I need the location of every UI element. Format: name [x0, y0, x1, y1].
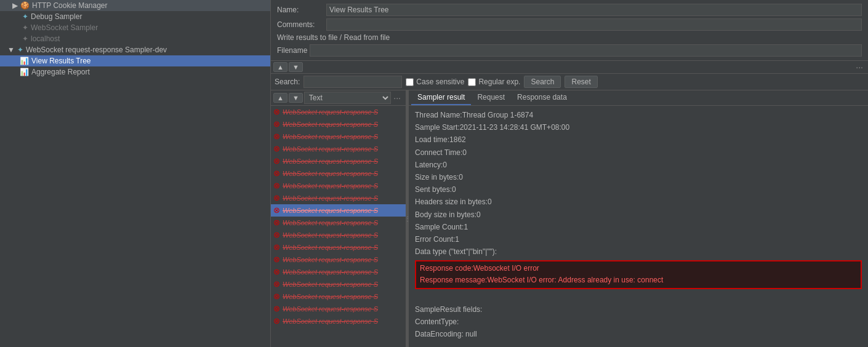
sidebar-item-http-cookie[interactable]: ▶ 🍪 HTTP Cookie Manager [0, 0, 270, 11]
toolbar-down-btn[interactable]: ▼ [289, 62, 303, 72]
empty-row [415, 292, 862, 303]
expand-icon: ▼ [7, 46, 15, 54]
sidebar-item-websocket-sampler[interactable]: ✦ WebSocket Sampler [0, 22, 270, 33]
error-box: Response code:Websocket I/O errorRespons… [415, 260, 862, 289]
error-icon: ⊗ [273, 304, 280, 313]
sidebar-item-view-results-tree[interactable]: 📊 View Results Tree [0, 55, 270, 66]
aggregate-icon: 📊 [20, 68, 29, 76]
error-icon: ⊗ [273, 144, 280, 153]
list-item[interactable]: ⊗ WebSocket request-response S [271, 315, 406, 327]
field-error_count: Error Count:1 [415, 234, 862, 245]
comments-label: Comments: [277, 20, 326, 29]
field-sample_result_fields: SampleResult fields: [415, 304, 862, 316]
filename-input[interactable] [310, 44, 862, 57]
tab-request[interactable]: Request [471, 90, 511, 105]
list-item[interactable]: ⊗ WebSocket request-response S [271, 241, 406, 253]
list-item-text: WebSocket request-response S [283, 268, 378, 276]
error-icon: ⊗ [273, 255, 280, 264]
search-input[interactable] [303, 76, 402, 88]
error-icon: ⊗ [273, 205, 280, 215]
error-icon: ⊗ [273, 279, 280, 289]
list-item[interactable]: ⊗ WebSocket request-response S [271, 217, 406, 229]
form-section: Name: Comments: Write results to file / … [271, 0, 868, 61]
field-body_size: Body size in bytes:0 [415, 209, 862, 221]
list-item-text: WebSocket request-response S [283, 121, 378, 128]
list-toolbar-down-btn[interactable]: ▼ [289, 93, 303, 103]
list-item-text: WebSocket request-response S [283, 281, 378, 288]
expand-icon: ▶ [12, 1, 18, 10]
regular-exp-checkbox[interactable] [468, 78, 476, 86]
case-sensitive-checkbox[interactable] [406, 78, 414, 86]
list-item[interactable]: ⊗ WebSocket request-response S [271, 180, 406, 192]
field-size_bytes: Size in bytes:0 [415, 172, 862, 183]
localhost-icon: ✦ [22, 34, 28, 43]
field-latency: Latency:0 [415, 159, 862, 171]
list-item-text: WebSocket request-response S [283, 158, 378, 165]
search-button[interactable]: Search [524, 76, 561, 88]
write-results-label: Write results to file / Read from file [277, 33, 390, 42]
list-item-text: WebSocket request-response S [283, 219, 378, 226]
sidebar-item-label: localhost [31, 34, 60, 43]
reset-button[interactable]: Reset [565, 76, 597, 88]
comments-input[interactable] [326, 18, 862, 31]
tab-response-data[interactable]: Response data [511, 90, 573, 105]
write-results-row: Write results to file / Read from file [277, 33, 862, 42]
list-item-text: WebSocket request-response S [283, 133, 378, 140]
sidebar-item-debug-sampler[interactable]: ✦ Debug Sampler [0, 11, 270, 22]
sidebar-item-ws-req-resp[interactable]: ▼ ✦ WebSocket request-response Sampler-d… [0, 44, 270, 55]
list-dropdown[interactable]: Text [304, 92, 392, 104]
search-label: Search: [275, 78, 300, 86]
error-icon: ⊗ [273, 230, 280, 239]
list-item[interactable]: ⊗ WebSocket request-response S [271, 192, 406, 204]
field-headers_size: Headers size in bytes:0 [415, 196, 862, 208]
list-item-text: WebSocket request-response S [283, 108, 378, 116]
list-toolbar-up-btn[interactable]: ▲ [273, 93, 287, 103]
list-item[interactable]: ⊗ WebSocket request-response S [271, 229, 406, 241]
name-label: Name: [277, 6, 326, 14]
case-sensitive-label: Case sensitive [416, 78, 464, 86]
list-item-text: WebSocket request-response S [283, 244, 378, 251]
sidebar-item-label: Aggregate Report [31, 68, 90, 76]
sidebar-item-localhost[interactable]: ✦ localhost [0, 33, 270, 44]
sidebar-item-label: View Results Tree [31, 57, 91, 65]
toolbar-dots-1[interactable]: ··· [853, 62, 866, 72]
list-item[interactable]: ⊗ WebSocket request-response S [271, 167, 406, 180]
list-panel-toolbar: ▲ ▼ Text ··· [271, 90, 406, 106]
error-line: Response message:WebSocket I/O error: Ad… [420, 274, 857, 286]
field-sample_start: Sample Start:2021-11-23 14:28:41 GMT+08:… [415, 122, 862, 134]
list-item[interactable]: ⊗ WebSocket request-response S [271, 278, 406, 290]
sidebar-item-label: WebSocket Sampler [31, 23, 98, 32]
toolbar-up-btn[interactable]: ▲ [273, 62, 287, 72]
field-sent_bytes: Sent bytes:0 [415, 184, 862, 196]
list-item[interactable]: ⊗ WebSocket request-response S [271, 130, 406, 143]
list-item[interactable]: ⊗ WebSocket request-response S [271, 155, 406, 167]
error-icon: ⊗ [273, 218, 280, 227]
detail-panel: Sampler resultRequestResponse data Threa… [409, 90, 868, 347]
list-panel: ▲ ▼ Text ··· ⊗ WebSocket request-respons… [271, 90, 406, 347]
list-item[interactable]: ⊗ WebSocket request-response S [271, 266, 406, 278]
filename-label: Filename [277, 46, 307, 55]
tab-sampler-result[interactable]: Sampler result [411, 90, 471, 105]
results-icon: 📊 [20, 57, 29, 65]
search-bar: Search: Case sensitive Regular exp. Sear… [271, 74, 868, 90]
list-item-text: WebSocket request-response S [283, 145, 378, 153]
list-item-text: WebSocket request-response S [283, 231, 378, 239]
list-item[interactable]: ⊗ WebSocket request-response S [271, 204, 406, 217]
list-item-text: WebSocket request-response S [283, 207, 378, 214]
detail-tabs: Sampler resultRequestResponse data [409, 90, 868, 106]
list-item[interactable]: ⊗ WebSocket request-response S [271, 106, 406, 118]
ws-icon: ✦ [22, 23, 28, 32]
filename-row: Filename [277, 44, 862, 57]
list-item-text: WebSocket request-response S [283, 194, 378, 202]
list-item[interactable]: ⊗ WebSocket request-response S [271, 143, 406, 155]
list-item[interactable]: ⊗ WebSocket request-response S [271, 303, 406, 315]
name-input[interactable] [326, 4, 862, 16]
case-sensitive-group: Case sensitive [406, 78, 464, 86]
sidebar-item-aggregate-report[interactable]: 📊 Aggregate Report [0, 66, 270, 78]
sidebar-item-label: WebSocket request-response Sampler-dev [26, 46, 167, 54]
regular-exp-label: Regular exp. [478, 78, 520, 86]
list-item[interactable]: ⊗ WebSocket request-response S [271, 290, 406, 303]
list-item[interactable]: ⊗ WebSocket request-response S [271, 118, 406, 130]
list-item[interactable]: ⊗ WebSocket request-response S [271, 253, 406, 266]
toolbar-dots-2[interactable]: ··· [391, 93, 403, 103]
